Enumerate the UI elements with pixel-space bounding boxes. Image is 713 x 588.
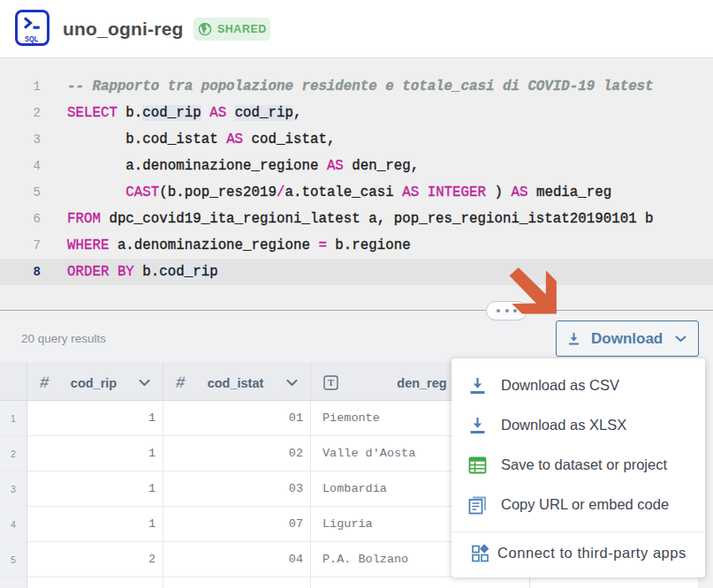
svg-text:T: T (328, 378, 334, 388)
svg-text:SQL: SQL (25, 34, 38, 43)
